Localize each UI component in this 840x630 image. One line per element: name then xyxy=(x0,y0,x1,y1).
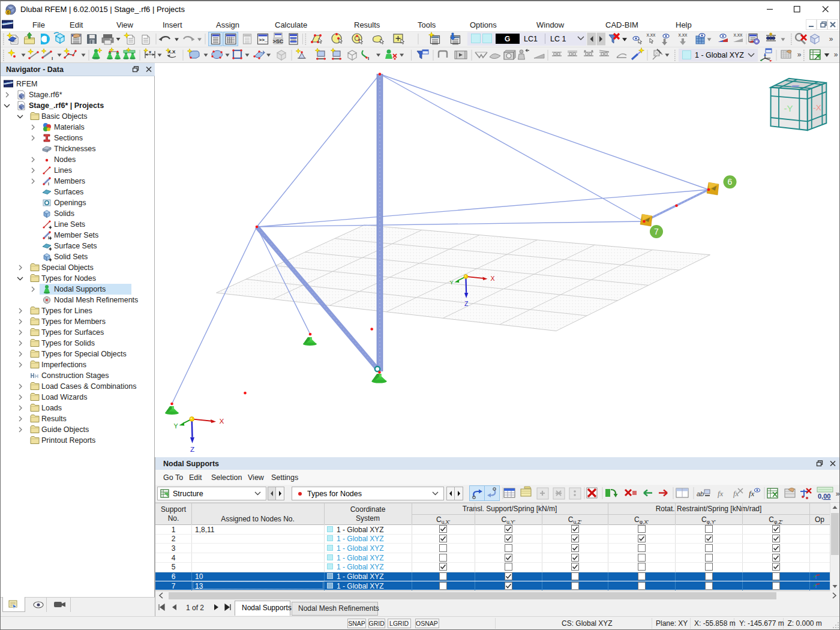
svg-text:fx: fx xyxy=(718,489,724,498)
svg-text:6: 6 xyxy=(728,177,733,187)
svg-text:I: I xyxy=(368,56,369,61)
svg-text:-X: -X xyxy=(813,103,821,112)
svg-text:ab: ab xyxy=(697,490,704,497)
svg-text:>>_: >>_ xyxy=(259,37,268,43)
svg-text:7: 7 xyxy=(654,227,659,236)
svg-text:0,00: 0,00 xyxy=(818,493,830,500)
svg-text:x: x xyxy=(149,49,152,55)
svg-text:I: I xyxy=(52,56,53,61)
svg-text:»: » xyxy=(829,35,833,43)
svg-text:X.XX: X.XX xyxy=(734,33,743,37)
svg-text:»: » xyxy=(834,50,838,59)
svg-text:-Y: -Y xyxy=(784,103,793,113)
svg-text:»: » xyxy=(836,490,840,498)
svg-text:Y: Y xyxy=(449,279,454,286)
svg-text:6: 6 xyxy=(7,10,9,15)
svg-text:fx: fx xyxy=(749,489,755,498)
svg-text:I: I xyxy=(48,182,49,186)
svg-text:Z: Z xyxy=(190,445,194,453)
svg-text:>SC: >SC xyxy=(273,38,284,44)
svg-text:X: X xyxy=(490,275,494,282)
svg-text:X.XX: X.XX xyxy=(679,33,688,37)
svg-text:fx: fx xyxy=(733,489,739,498)
svg-text:»: » xyxy=(797,50,802,59)
svg-text:X.XX: X.XX xyxy=(647,33,656,37)
svg-text:Z: Z xyxy=(464,300,469,307)
svg-text:Y: Y xyxy=(173,422,178,430)
svg-text:X: X xyxy=(220,417,224,425)
